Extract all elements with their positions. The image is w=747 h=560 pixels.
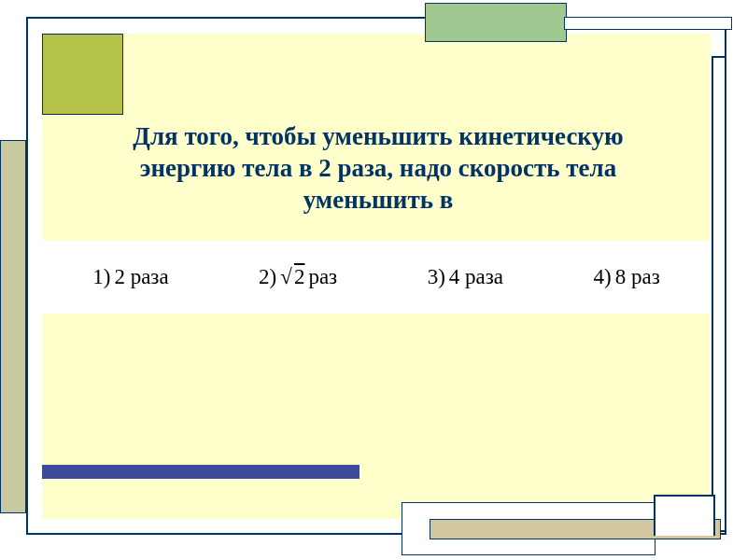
decor-left-bar	[0, 140, 26, 513]
answer-1-number: 1)	[92, 265, 110, 289]
answer-3-text: 4 раза	[449, 265, 503, 289]
answer-3-number: 3)	[428, 265, 445, 289]
answer-option-4: 4) 8 раз	[594, 265, 660, 289]
decor-olive-square	[42, 34, 123, 115]
answer-2-unit: раз	[308, 265, 337, 289]
sqrt-icon: √	[280, 265, 292, 289]
answer-1-text: 2 раза	[114, 265, 168, 289]
answer-2-radicand: 2	[294, 265, 305, 289]
answer-option-2: 2) √2 раз	[259, 265, 337, 289]
answer-2-number: 2)	[259, 265, 276, 289]
answer-option-3: 3) 4 раза	[428, 265, 503, 289]
decor-top-green	[425, 3, 567, 42]
question-line2: энергию тела в 2 раза, надо скорость тел…	[140, 154, 616, 182]
decor-bottom-right	[654, 495, 715, 536]
question-text: Для того, чтобы уменьшить кинетическую э…	[49, 121, 708, 216]
decor-top-white	[564, 17, 732, 30]
answer-option-1: 1) 2 раза	[92, 265, 168, 289]
answer-4-number: 4)	[594, 265, 612, 289]
question-line3: уменьшить в	[303, 186, 454, 214]
decor-blue-bar	[42, 465, 359, 479]
answers-box: 1) 2 раза 2) √2 раз 3) 4 раза 4) 8 раз	[42, 241, 711, 314]
question-line1: Для того, чтобы уменьшить кинетическую	[133, 122, 623, 150]
answer-4-text: 8 раз	[615, 265, 660, 289]
